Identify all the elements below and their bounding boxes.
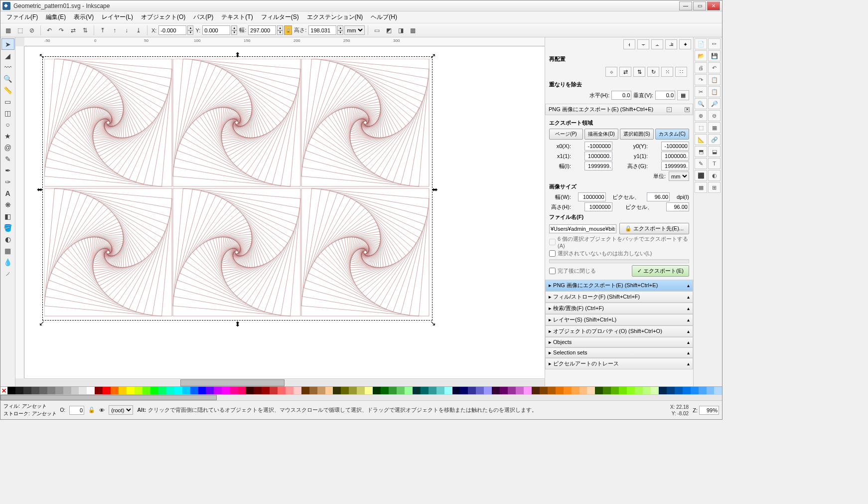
menu-o[interactable]: オブジェクト(O) [137, 12, 189, 22]
color-swatch[interactable] [635, 387, 643, 394]
menu-s[interactable]: フィルター(S) [257, 12, 303, 22]
color-swatch[interactable] [397, 387, 405, 394]
layer-lock-icon[interactable]: 🔓 [88, 407, 95, 413]
color-swatch[interactable] [492, 387, 500, 394]
right-tool-9-icon[interactable]: 📋 [708, 86, 721, 97]
color-swatch[interactable] [166, 387, 174, 394]
exchange-z-icon[interactable]: ⇅ [633, 67, 645, 77]
handle-w-icon[interactable]: ⬌ [37, 185, 43, 191]
color-swatch[interactable] [500, 387, 508, 394]
color-swatch[interactable] [659, 387, 667, 394]
color-swatch[interactable] [683, 387, 691, 394]
w-down-icon[interactable]: ▼ [277, 30, 283, 35]
right-tool-21-icon[interactable]: T [708, 158, 721, 169]
export-tab-1[interactable]: 描画全体(D) [584, 129, 618, 140]
close-panel-icon[interactable]: ✕ [685, 107, 690, 112]
right-tool-25-icon[interactable]: ⊞ [708, 182, 721, 193]
color-swatch[interactable] [436, 387, 444, 394]
layer-visible-icon[interactable]: 👁 [99, 407, 105, 413]
eraser-tool-icon[interactable]: ◧ [1, 210, 14, 222]
bezier-tool-icon[interactable]: ✒ [1, 165, 14, 176]
right-tool-4-icon[interactable]: 🖨 [695, 62, 707, 73]
y-up-icon[interactable]: ▲ [231, 25, 237, 30]
color-swatch[interactable] [198, 387, 206, 394]
random-icon[interactable]: ⁙ [661, 67, 673, 77]
right-tool-23-icon[interactable]: ◐ [708, 170, 721, 181]
right-tool-3-icon[interactable]: 💾 [708, 50, 721, 61]
selector-tool-icon[interactable]: ➤ [1, 38, 14, 50]
menu-p[interactable]: パス(P) [189, 12, 217, 22]
collapsed-panel-1[interactable]: ▸ フィル/ストローク(F) (Shift+Ctrl+F)▴ [545, 291, 693, 303]
color-swatch[interactable] [119, 387, 127, 394]
text-tool-icon[interactable]: A [1, 187, 14, 199]
color-swatch[interactable] [429, 387, 436, 394]
color-swatch[interactable] [460, 387, 468, 394]
y1-input[interactable] [661, 152, 689, 161]
right-tool-20-icon[interactable]: ✎ [695, 158, 707, 169]
affect-corners-icon[interactable]: ◩ [383, 25, 394, 36]
h-input[interactable] [308, 25, 336, 35]
align-right-icon[interactable]: ⫠ [651, 39, 663, 49]
right-tool-10-icon[interactable]: 🔍 [695, 98, 707, 109]
color-swatch[interactable] [357, 387, 365, 394]
color-swatch[interactable] [595, 387, 603, 394]
right-tool-15-icon[interactable]: ▦ [708, 122, 721, 133]
minimize-button[interactable]: — [679, 1, 692, 10]
handle-e-icon[interactable]: ⬌ [432, 185, 438, 191]
color-swatch[interactable] [31, 387, 39, 394]
w-up-icon[interactable]: ▲ [277, 25, 283, 30]
color-swatch[interactable] [158, 387, 166, 394]
rotate-cw-icon[interactable]: ↷ [56, 25, 67, 36]
mesh-tool-icon[interactable]: ▦ [1, 245, 14, 256]
color-swatch[interactable] [413, 387, 421, 394]
right-tool-1-icon[interactable]: ✏ [708, 38, 721, 49]
color-swatch[interactable] [206, 387, 214, 394]
color-swatch[interactable] [468, 387, 476, 394]
color-swatch[interactable] [230, 387, 238, 394]
color-swatch[interactable] [452, 387, 460, 394]
color-swatch[interactable] [667, 387, 675, 394]
ellipse-tool-icon[interactable]: ○ [1, 119, 14, 130]
box3d-tool-icon[interactable]: ◫ [1, 107, 14, 119]
collapsed-panel-2[interactable]: ▸ 検索/置換(F) (Ctrl+F)▴ [545, 303, 693, 314]
color-swatch[interactable] [627, 387, 635, 394]
menu-h[interactable]: ヘルプ(H) [367, 12, 401, 22]
color-swatch[interactable] [603, 387, 611, 394]
color-swatch[interactable] [675, 387, 683, 394]
color-swatch[interactable] [47, 387, 55, 394]
menu-n[interactable]: エクステンション(N) [303, 12, 367, 22]
color-swatch[interactable] [79, 387, 87, 394]
affect-gradient-icon[interactable]: ◨ [395, 25, 406, 36]
measure-tool-icon[interactable]: 📏 [1, 84, 14, 96]
right-tool-19-icon[interactable]: ⬓ [708, 146, 721, 157]
color-swatch[interactable] [309, 387, 317, 394]
export-tab-3[interactable]: カスタム(C) [655, 129, 689, 140]
right-tool-2-icon[interactable]: 📂 [695, 50, 707, 61]
remove-overlap-button[interactable]: ▦ [677, 90, 689, 100]
dpi-input[interactable] [647, 192, 670, 201]
right-tool-7-icon[interactable]: 📋 [708, 74, 721, 85]
color-swatch[interactable] [317, 387, 325, 394]
color-swatch[interactable] [87, 387, 95, 394]
color-swatch[interactable] [643, 387, 651, 394]
color-swatch[interactable] [95, 387, 103, 394]
color-swatch[interactable] [540, 387, 548, 394]
right-tool-0-icon[interactable]: 📄 [695, 38, 707, 49]
color-swatch[interactable] [516, 387, 524, 394]
zoom-input[interactable] [699, 406, 719, 415]
color-swatch[interactable] [278, 387, 286, 394]
color-swatch[interactable] [373, 387, 381, 394]
horiz-input[interactable] [611, 91, 631, 100]
color-swatch[interactable] [262, 387, 270, 394]
collapsed-panel-7[interactable]: ▸ ピクセルアートのトレース▴ [545, 358, 693, 369]
color-swatch[interactable] [548, 387, 556, 394]
unit-select[interactable]: mm [344, 25, 365, 35]
color-swatch[interactable] [246, 387, 254, 394]
right-tool-12-icon[interactable]: ⊕ [695, 110, 707, 121]
color-swatch[interactable] [222, 387, 230, 394]
collapsed-panel-6[interactable]: ▸ Selection sets▴ [545, 347, 693, 358]
fill-tool-icon[interactable]: 🪣 [1, 222, 14, 233]
canvas[interactable]: ↖ ⬍ ↗ ⬌ ⬌ ↙ ⬍ ↘ [24, 46, 545, 378]
color-swatch[interactable] [103, 387, 111, 394]
color-swatch[interactable] [389, 387, 397, 394]
